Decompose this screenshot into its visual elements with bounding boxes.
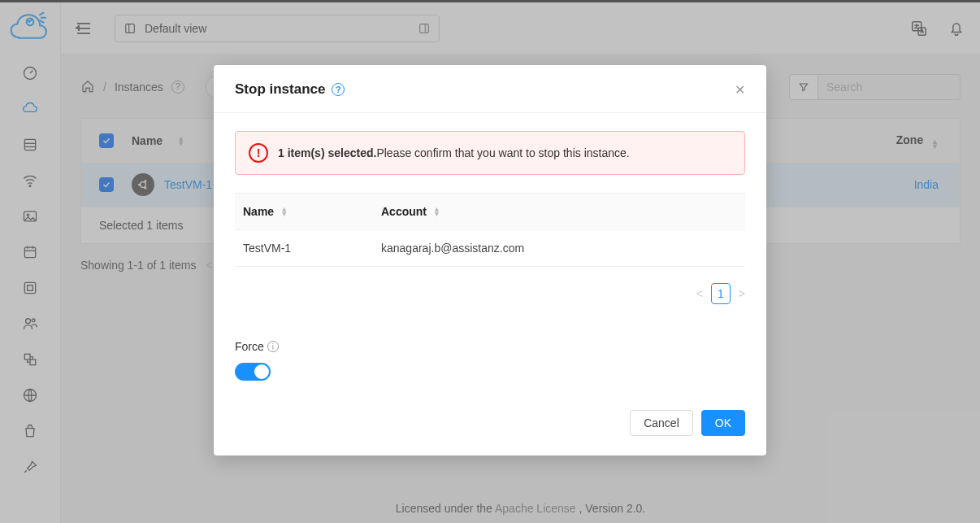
close-icon[interactable]: ✕ bbox=[735, 82, 745, 98]
force-label: Force i bbox=[235, 340, 745, 353]
modal-col-name[interactable]: Name ▲▼ bbox=[243, 205, 381, 218]
modal-page-current[interactable]: 1 bbox=[711, 283, 731, 304]
help-icon[interactable]: ? bbox=[332, 83, 345, 96]
modal-title: Stop instance ? bbox=[235, 81, 345, 98]
modal-pagination: < 1 > bbox=[235, 283, 745, 304]
modal-page-prev[interactable]: < bbox=[696, 287, 703, 300]
info-icon[interactable]: i bbox=[267, 341, 279, 352]
modal-page-next[interactable]: > bbox=[739, 287, 745, 300]
modal-table: Name ▲▼ Account ▲▼ TestVM-1 kanagaraj.b@… bbox=[235, 194, 745, 267]
ok-button[interactable]: OK bbox=[701, 410, 745, 436]
modal-row-name: TestVM-1 bbox=[243, 242, 381, 255]
force-toggle[interactable] bbox=[235, 363, 271, 381]
modal-table-row: TestVM-1 kanagaraj.b@assistanz.com bbox=[235, 230, 745, 267]
sort-icon: ▲▼ bbox=[280, 207, 288, 216]
alert-text: Please confirm that you want to stop thi… bbox=[376, 146, 629, 159]
alert-strong: 1 item(s) selected. bbox=[278, 146, 376, 159]
modal-row-account: kanagaraj.b@assistanz.com bbox=[381, 242, 737, 255]
cancel-button[interactable]: Cancel bbox=[630, 410, 693, 436]
modal-col-account[interactable]: Account ▲▼ bbox=[381, 205, 737, 218]
exclamation-icon: ! bbox=[249, 143, 268, 163]
stop-instance-modal: Stop instance ? ✕ ! 1 item(s) selected.P… bbox=[214, 65, 766, 455]
sort-icon: ▲▼ bbox=[433, 207, 440, 216]
warning-alert: ! 1 item(s) selected.Please confirm that… bbox=[235, 131, 745, 175]
